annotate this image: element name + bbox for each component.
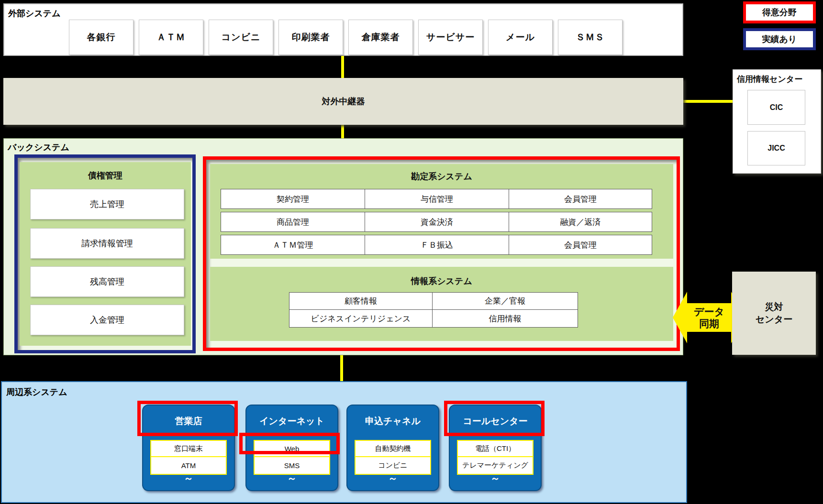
core-cell-settlement: 資金決済 [365,212,509,232]
connector-relay-to-credit [683,100,733,103]
system-architecture-diagram: 外部システム 各銀行 ＡＴＭ コンビニ 印刷業者 倉庫業者 サービサー メール … [0,0,823,504]
core-cell-loan-repayment: 融資／返済 [509,212,652,232]
core-cell-credit: 与信管理 [365,189,509,209]
core-cell-atm-management: ＡＴＭ管理 [221,235,365,255]
receivables-title: 債権管理 [20,170,191,181]
external-box-printer: 印刷業者 [278,20,343,55]
peripheral-systems-label: 周辺系システム [6,386,67,398]
receivables-management-box: 債権管理 売上管理 請求情報管理 残高管理 入金管理 [14,154,196,353]
core-cell-fb-transfer: ＦＢ振込 [365,235,509,255]
connector-external-to-relay [341,56,344,78]
info-system-panel: 情報系システム 顧客情報 企業／官報 ビジネスインテリジェンス 信用情報 [210,267,673,341]
external-box-servicer: サービサー [418,20,483,55]
core-banking-grid: 契約管理 与信管理 会員管理 商品管理 資金決済 融資／返済 ＡＴＭ管理 ＦＢ振… [221,189,652,255]
external-box-convenience: コンビニ [209,20,273,55]
legend-track-record: 実績あり [743,28,816,50]
receivables-item-billing: 請求情報管理 [30,228,184,259]
channel-application-more: ～ [347,470,438,486]
credit-info-center-label: 信用情報センター [737,74,802,85]
channel-application-cell-auto-contract: 自動契約機 [355,440,431,457]
core-system-box: 勘定系システム 契約管理 与信管理 会員管理 商品管理 資金決済 融資／返済 Ａ… [203,156,680,351]
core-cell-contract: 契約管理 [221,189,365,209]
external-box-mail: メール [488,20,553,55]
connector-relay-to-back [341,125,344,138]
receivables-panel: 債権管理 売上管理 請求情報管理 残高管理 入金管理 [20,162,191,346]
peripheral-systems-section: 周辺系システム 営業店 窓口端末 ATM ～ インターネット Web SMS ～… [1,381,687,503]
external-systems-label: 外部システム [8,8,61,19]
relay-bar: 対外中継器 [3,78,683,125]
channel-branch-more: ～ [143,470,234,486]
disaster-center-label-line2: センター [756,313,792,326]
core-cell-member-2: 会員管理 [509,235,652,255]
highlight-branch-header [137,401,238,436]
highlight-callcenter-header [444,401,545,436]
back-system-section: バックシステム 債権管理 売上管理 請求情報管理 残高管理 入金管理 勘定系シス… [3,138,683,355]
channel-application: 申込チャネル 自動契約機 コンビニ ～ [346,405,439,491]
channel-branch-cell-teller: 窓口端末 [150,440,227,457]
info-cell-customer: 顧客情報 [289,292,433,310]
channel-application-title: 申込チャネル [347,415,438,427]
credit-box-cic: CIC [747,90,805,125]
core-banking-title: 勘定系システム [210,171,673,182]
channel-callcenter-more: ～ [450,470,541,486]
channel-internet-more: ～ [246,470,337,486]
external-box-atm: ＡＴＭ [139,20,203,55]
core-cell-product: 商品管理 [221,212,365,232]
info-cell-corporate-gazette: 企業／官報 [433,292,578,310]
info-system-grid: 顧客情報 企業／官報 ビジネスインテリジェンス 信用情報 [289,292,578,328]
info-system-title: 情報系システム [210,275,673,287]
core-cell-member-1: 会員管理 [509,189,652,209]
info-cell-business-intelligence: ビジネスインテリジェンス [289,310,433,328]
connector-back-to-peripheral [340,355,343,381]
back-system-label: バックシステム [8,142,69,153]
external-box-banks: 各銀行 [69,20,133,55]
receivables-item-deposit: 入金管理 [30,305,184,335]
external-box-sms: ＳＭＳ [558,20,623,55]
highlight-web-cell [239,433,340,454]
external-systems-section: 外部システム 各銀行 ＡＴＭ コンビニ 印刷業者 倉庫業者 サービサー メール … [3,3,683,56]
info-cell-credit-info: 信用情報 [433,310,578,328]
legend-specialty: 得意分野 [743,1,816,23]
channel-internet-title: インターネット [246,415,337,427]
disaster-center-label-line1: 災対 [756,301,792,313]
external-box-warehouse: 倉庫業者 [348,20,413,55]
receivables-item-balance: 残高管理 [30,266,184,297]
credit-box-jicc: JICC [747,131,805,165]
core-banking-panel: 勘定系システム 契約管理 与信管理 会員管理 商品管理 資金決済 融資／返済 Ａ… [210,164,673,259]
channel-callcenter-cell-phone-cti: 電話（CTI） [457,440,534,457]
credit-info-center: 信用情報センター CIC JICC [733,69,821,174]
disaster-center-box: 災対 センター [732,272,816,355]
receivables-item-sales: 売上管理 [30,189,184,219]
